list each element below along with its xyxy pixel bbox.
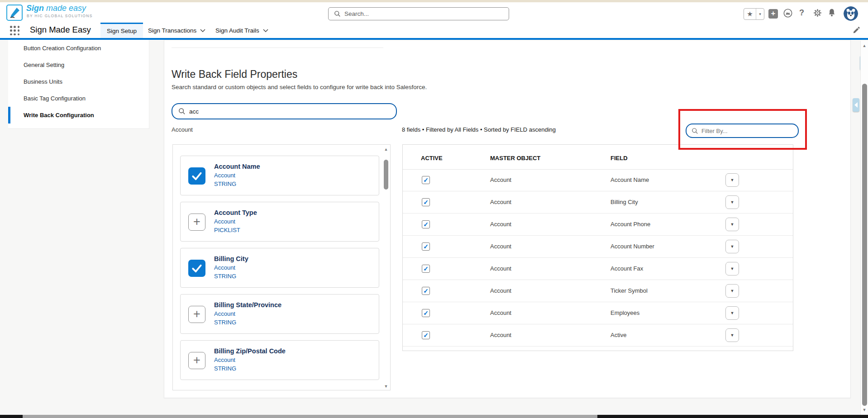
field-card-billing-city[interactable]: Billing City Account STRING (180, 248, 379, 288)
table-row: ✓ Account Billing City ▼ (403, 191, 793, 214)
field-title: Billing City (214, 255, 248, 262)
app-name: Sign Made Easy (30, 25, 91, 35)
field-cell: Account Number (610, 243, 654, 250)
field-cell: Employees (610, 309, 639, 316)
scrollbar-thumb[interactable] (384, 160, 388, 190)
active-checkbox[interactable]: ✓ (422, 309, 430, 317)
field-type: PICKLIST (214, 227, 257, 233)
field-card-account-type[interactable]: + Account Type Account PICKLIST (180, 202, 379, 242)
scroll-up-icon[interactable]: ▲ (383, 147, 389, 152)
master-object-cell: Account (490, 265, 511, 272)
app-window: Sign made easy BY HIC GLOBAL SOLUTIONS ★… (0, 0, 868, 418)
field-type: STRING (214, 365, 286, 372)
field-checkbox-checked[interactable] (188, 167, 205, 185)
setup-gear-icon[interactable] (813, 8, 822, 18)
object-search-input[interactable] (189, 108, 384, 115)
active-checkbox[interactable]: ✓ (422, 287, 430, 295)
table-row: ✓ Account Account Phone ▼ (403, 214, 793, 236)
active-checkbox[interactable]: ✓ (422, 242, 430, 251)
field-card-billing-state[interactable]: + Billing State/Province Account STRING (180, 294, 379, 334)
app-nav-bar: Sign Made Easy Sign Setup Sign Transacti… (0, 23, 868, 38)
scroll-up-icon[interactable]: ▲ (861, 43, 868, 48)
search-icon (178, 108, 186, 115)
global-search-input[interactable] (344, 10, 494, 17)
field-object: Account (214, 356, 286, 363)
global-header: Sign made easy BY HIC GLOBAL SOLUTIONS ★… (0, 2, 868, 23)
master-object-cell: Account (490, 176, 511, 183)
object-search-box[interactable] (172, 103, 397, 119)
active-checkbox[interactable]: ✓ (422, 331, 430, 339)
field-cell: Account Phone (610, 221, 650, 228)
tab-sign-transactions[interactable]: Sign Transactions (142, 23, 212, 38)
horizontal-scrollbar[interactable] (0, 415, 868, 418)
field-add-button[interactable]: + (188, 306, 205, 323)
sidebar-item-business-units[interactable]: Business Units (8, 73, 149, 90)
quick-add-button[interactable]: + (768, 9, 778, 19)
tab-sign-setup[interactable]: Sign Setup (100, 23, 143, 38)
row-actions-dropdown[interactable]: ▼ (725, 173, 739, 187)
field-title: Account Name (214, 163, 260, 170)
field-card-billing-zip[interactable]: + Billing Zip/Postal Code Account STRING (180, 340, 379, 380)
table-row: ✓ Account Account Fax ▼ (403, 258, 793, 280)
row-actions-dropdown[interactable]: ▼ (725, 240, 739, 253)
trailhead-icon[interactable] (783, 8, 793, 18)
tab-sign-audit-trails[interactable]: Sign Audit Trails (209, 23, 275, 38)
sidebar-item-button-creation-configuration[interactable]: Button Creation Configuration (8, 40, 149, 57)
help-icon[interactable]: ? (799, 8, 804, 18)
favorites-button[interactable]: ★ ▾ (744, 8, 764, 20)
edit-pencil-icon[interactable] (853, 26, 861, 34)
sidebar-item-general-setting[interactable]: General Setting (8, 57, 149, 73)
user-avatar[interactable] (844, 6, 858, 21)
active-checkbox[interactable]: ✓ (422, 198, 430, 206)
field-add-button[interactable]: + (188, 352, 205, 369)
row-actions-dropdown[interactable]: ▼ (725, 284, 739, 298)
row-actions-dropdown[interactable]: ▼ (725, 328, 739, 342)
active-checkbox[interactable]: ✓ (422, 220, 430, 228)
row-actions-dropdown[interactable]: ▼ (725, 218, 739, 231)
scroll-down-icon[interactable]: ▼ (383, 384, 389, 389)
field-cell: Account Name (610, 176, 649, 183)
notifications-bell-icon[interactable] (827, 8, 836, 18)
sidebar-item-write-back-configuration[interactable]: Write Back Configuration (8, 107, 149, 124)
triangle-left-icon (854, 102, 858, 108)
field-title: Account Type (214, 209, 257, 216)
selected-object-label: Account (172, 126, 193, 133)
collapse-panel-button[interactable] (853, 98, 859, 112)
app-logo-icon (6, 5, 23, 21)
scrollbar-thumb[interactable] (862, 84, 867, 406)
table-row: ✓ Account Employees ▼ (403, 302, 793, 324)
vertical-scrollbar[interactable]: ▲ ▼ (860, 41, 868, 415)
chevron-down-icon (263, 29, 268, 32)
row-actions-dropdown[interactable]: ▼ (725, 195, 739, 209)
global-search[interactable] (328, 7, 509, 20)
field-object: Account (214, 218, 257, 225)
filter-by-input[interactable] (701, 128, 787, 134)
master-object-cell: Account (490, 332, 511, 338)
master-object-cell: Account (490, 287, 511, 294)
field-checkbox-checked[interactable] (188, 260, 205, 277)
logo-title: Sign made easy (26, 4, 86, 13)
search-icon (334, 10, 341, 17)
filter-by-box[interactable] (686, 124, 799, 138)
field-cell: Account Fax (610, 265, 643, 272)
favorites-star-icon[interactable]: ★ (744, 9, 756, 19)
row-actions-dropdown[interactable]: ▼ (725, 306, 739, 320)
scrollbar-thumb[interactable] (23, 415, 597, 418)
master-object-cell: Account (490, 309, 511, 316)
sidebar-item-basic-tag-configuration[interactable]: Basic Tag Configuration (8, 90, 149, 107)
master-object-cell: Account (490, 199, 511, 205)
app-launcher-waffle-icon[interactable] (10, 26, 20, 36)
field-add-button[interactable]: + (188, 214, 205, 231)
scroll-down-icon[interactable]: ▼ (861, 408, 868, 412)
table-row: ✓ Account Account Number ▼ (403, 236, 793, 258)
field-cell: Active (610, 332, 626, 338)
favorites-chevron-icon[interactable]: ▾ (756, 9, 764, 19)
row-actions-dropdown[interactable]: ▼ (725, 262, 739, 276)
active-checkbox[interactable]: ✓ (422, 176, 430, 184)
active-checkbox[interactable]: ✓ (422, 265, 430, 273)
field-cell: Billing City (610, 199, 638, 205)
list-scrollbar[interactable]: ▲ ▼ (383, 146, 389, 390)
write-back-table: ACTIVE MASTER OBJECT FIELD ✓ Account Acc… (402, 144, 793, 351)
field-card-account-name[interactable]: Account Name Account STRING (180, 156, 379, 195)
master-object-cell: Account (490, 243, 511, 250)
